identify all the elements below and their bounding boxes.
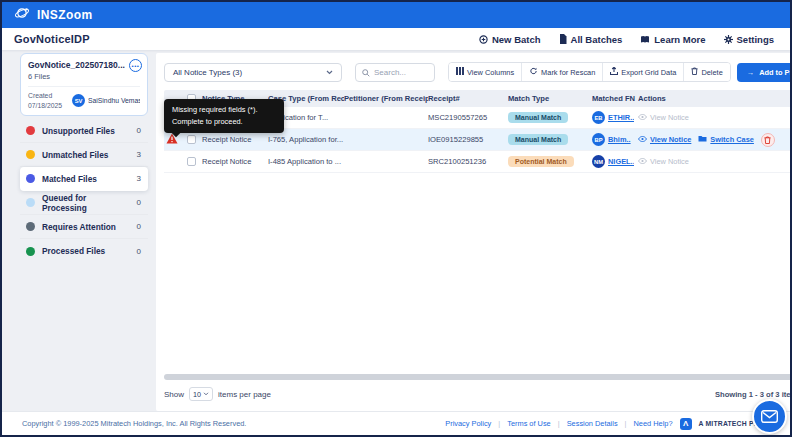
arrow-right-icon: → xyxy=(747,68,754,77)
add-to-processing-queue-button[interactable]: → Add to Processing Queue xyxy=(737,63,792,82)
export-grid-data-label: Export Grid Data xyxy=(621,68,676,77)
case-type-cell: I-765, Application for... xyxy=(268,135,344,144)
main-panel: All Notice Types (3) View Columns xyxy=(156,53,792,411)
horizontal-scrollbar[interactable] xyxy=(164,374,792,380)
receipt-cell: IOE0915229855 xyxy=(428,135,508,144)
table-row[interactable]: Receipt Notice I-485 Application to ... … xyxy=(164,151,792,173)
fn-avatar: EB xyxy=(592,111,605,124)
status-count: 0 xyxy=(137,247,141,256)
status-count: 3 xyxy=(137,174,141,183)
column-header-petitioner: Petitioner (From Receipt) xyxy=(344,94,428,103)
app-window: INSZoom GovNoticeIDP New Batch All Batch… xyxy=(0,0,792,437)
sidebar: GovNotice_202507180... ••• 6 Files Creat… xyxy=(20,53,148,411)
match-type-cell: Potential Match xyxy=(508,156,592,167)
missing-fields-tooltip: Missing required fields (*). Complete to… xyxy=(164,99,284,133)
notice-type-cell: Receipt Notice xyxy=(202,157,268,166)
column-header-receipt: Receipt# xyxy=(428,94,508,103)
copyright-text: Copyright © 1999-2025 Mitratech Holdings… xyxy=(22,419,246,428)
match-type-badge: Manual Match xyxy=(508,112,568,123)
session-details-link[interactable]: Session Details xyxy=(567,419,618,428)
view-notice-action[interactable]: View Notice xyxy=(638,135,691,144)
folder-icon xyxy=(698,135,707,144)
sidebar-item-processed-files[interactable]: Processed Files 0 xyxy=(20,239,148,263)
receipt-cell: SRC2100251236 xyxy=(428,157,508,166)
grid-actions-toolbar: View Columns Mark for Rescan Export Grid… xyxy=(448,62,792,82)
top-nav: New Batch All Batches Learn More Setting… xyxy=(479,34,774,45)
footer-divider: | xyxy=(558,419,560,428)
need-help-link[interactable]: Need Help? xyxy=(634,419,673,428)
fn-link[interactable]: ETHIR.. xyxy=(608,113,634,122)
items-per-page-label: items per page xyxy=(218,390,271,399)
notice-type-filter-dropdown[interactable]: All Notice Types (3) xyxy=(164,63,342,82)
page-size-select[interactable]: 10 xyxy=(189,387,213,401)
match-type-badge: Potential Match xyxy=(508,156,574,167)
batch-title: GovNotice_202507180... xyxy=(28,60,140,70)
top-header-bar: INSZoom xyxy=(2,2,790,28)
page-size-control: Show 10 items per page xyxy=(164,387,271,401)
book-icon xyxy=(640,35,650,44)
search-input[interactable] xyxy=(374,68,428,77)
status-dot-red xyxy=(26,126,35,135)
batch-file-count: 6 Files xyxy=(28,72,140,87)
privacy-policy-link[interactable]: Privacy Policy xyxy=(445,419,491,428)
status-label: Queued for Processing xyxy=(42,193,130,213)
more-options-icon[interactable]: ••• xyxy=(129,59,142,72)
batch-meta: Created 07/18/2025 SV SaiSindhu Vemas... xyxy=(28,91,140,110)
sidebar-item-unmatched-files[interactable]: Unmatched Files 3 xyxy=(20,143,148,167)
nav-learn-more[interactable]: Learn More xyxy=(640,34,705,45)
batch-card[interactable]: GovNotice_202507180... ••• 6 Files Creat… xyxy=(20,53,148,116)
content-area: GovNotice_202507180... ••• 6 Files Creat… xyxy=(2,50,790,411)
actions-cell: View Notice xyxy=(638,157,792,166)
status-dot-gray xyxy=(26,222,35,231)
nav-learn-more-label: Learn More xyxy=(654,34,705,45)
brand-name: INSZoom xyxy=(37,8,92,22)
status-dot-blue xyxy=(26,174,35,183)
empty-area xyxy=(164,173,792,374)
owner-name: SaiSindhu Vemas... xyxy=(88,97,140,104)
show-label: Show xyxy=(164,390,184,399)
view-notice-label: View Notice xyxy=(650,113,689,122)
match-type-cell: Manual Match xyxy=(508,134,592,145)
nav-all-batches-label: All Batches xyxy=(571,34,623,45)
sidebar-item-requires-attention[interactable]: Requires Attention 0 xyxy=(20,215,148,239)
footer-divider: | xyxy=(625,419,627,428)
pagination-summary: Showing 1 - 3 of 3 items xyxy=(715,390,792,399)
status-count: 0 xyxy=(137,126,141,135)
row-delete-button[interactable] xyxy=(761,133,775,147)
pagination-controls: Showing 1 - 3 of 3 items ‹ 1 › xyxy=(715,388,792,401)
nav-new-batch[interactable]: New Batch xyxy=(479,34,541,45)
batch-owner: SV SaiSindhu Vemas... xyxy=(72,94,140,107)
terms-of-use-link[interactable]: Terms of Use xyxy=(507,419,551,428)
delete-button[interactable]: Delete xyxy=(684,63,729,81)
footer: Copyright © 1999-2025 Mitratech Holdings… xyxy=(2,411,790,435)
status-dot-lightblue xyxy=(26,198,35,207)
fn-link[interactable]: Bhim.. xyxy=(608,135,631,144)
owner-avatar: SV xyxy=(72,94,85,107)
mark-for-rescan-button[interactable]: Mark for Rescan xyxy=(522,63,603,81)
row-checkbox[interactable] xyxy=(187,157,196,166)
eye-icon xyxy=(638,113,647,122)
nav-all-batches[interactable]: All Batches xyxy=(559,34,623,45)
matched-fn-cell: BP Bhim.. xyxy=(592,133,638,146)
notice-type-cell: Receipt Notice xyxy=(202,135,268,144)
footer-divider: | xyxy=(498,419,500,428)
fn-link[interactable]: NIGEL.. xyxy=(608,157,634,166)
sidebar-item-queued-for-processing[interactable]: Queued for Processing 0 xyxy=(20,191,148,215)
trash-icon xyxy=(764,136,771,144)
actions-cell: View Notice Switch Case xyxy=(638,133,792,147)
chevron-down-icon xyxy=(326,68,333,77)
switch-case-action[interactable]: Switch Case xyxy=(698,135,754,144)
actions-cell: View Notice xyxy=(638,113,792,122)
row-checkbox[interactable] xyxy=(187,135,196,144)
column-header-match-type: Match Type xyxy=(508,94,592,103)
view-columns-button[interactable]: View Columns xyxy=(449,63,522,81)
status-count: 3 xyxy=(137,150,141,159)
sidebar-item-matched-files[interactable]: Matched Files 3 xyxy=(20,167,148,191)
sidebar-item-unsupported-files[interactable]: Unsupported Files 0 xyxy=(20,119,148,143)
status-dot-green xyxy=(26,247,35,256)
export-grid-data-button[interactable]: Export Grid Data xyxy=(603,63,684,81)
status-count: 0 xyxy=(137,222,141,231)
nav-settings[interactable]: Settings xyxy=(724,34,774,45)
mark-for-rescan-label: Mark for Rescan xyxy=(541,68,595,77)
chat-widget-button[interactable] xyxy=(752,399,787,434)
